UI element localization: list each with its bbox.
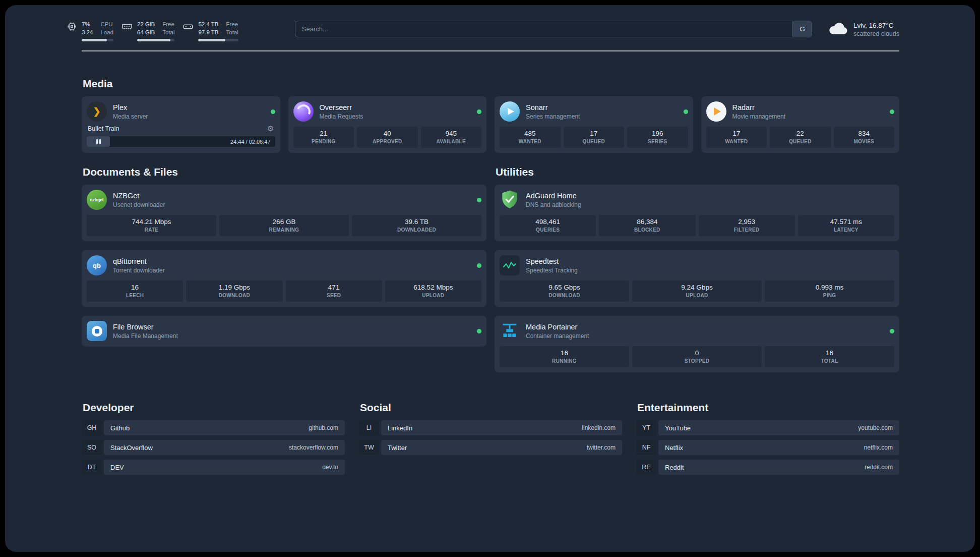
cloud-icon [827,21,848,38]
app-subtitle: Speedtest Tracking [526,267,894,274]
status-dot [890,329,894,333]
bookmark-group-social: Social LI LinkedIn linkedin.com TW Twitt… [359,402,622,460]
bookmark-dev[interactable]: DT DEV dev.to [82,460,345,475]
section-title-media: Media [83,78,899,90]
memory-widget: 22 GiB 64 GiB Free Total [121,20,174,41]
portainer-card[interactable]: Media Portainer Container management 16 … [495,316,899,372]
app-subtitle: Media server [113,113,265,120]
radarr-card[interactable]: Radarr Movie management 17 WANTED 22 QUE… [701,96,900,153]
adguard-shield-icon [500,190,520,210]
section-media: Media Plex Media server Bullet Train [82,78,899,153]
stat-box: 196 SERIES [627,127,688,148]
portainer-crane-icon [500,321,520,341]
stat-box: 0.993 ms PING [765,281,894,302]
disk-total-value: 97.9 TB [198,28,218,36]
app-subtitle: Usenet downloader [113,201,471,208]
app-subtitle: Media Requests [320,113,471,120]
memory-total-value: 64 GiB [137,28,155,36]
plex-card[interactable]: Plex Media server Bullet Train 24:44 / 0… [82,96,280,153]
filebrowser-icon [87,321,107,341]
app-subtitle: DNS and adblocking [526,201,894,208]
bookmark-abbr: GH [82,420,102,435]
cpu-load-value: 3.24 [82,28,93,36]
stat-box: 618.52 Mbps UPLOAD [385,281,481,302]
stat-box: 945 AVAILABLE [421,127,482,148]
app-name: AdGuard Home [526,192,894,200]
bookmark-group-title: Developer [83,402,345,414]
topbar: 7% 3.24 CPU Load 22 GiB [5,5,975,41]
bookmark-url: github.com [309,424,338,431]
bookmark-name: Reddit [665,464,684,471]
section-utilities: Utilities [495,166,899,372]
speedtest-card[interactable]: Speedtest Speedtest Tracking 9.65 Gbps D… [495,250,899,307]
search-provider-button[interactable]: G [792,21,812,37]
bookmark-reddit[interactable]: RE Reddit reddit.com [636,460,899,475]
bookmark-name: LinkedIn [388,424,412,432]
bookmark-url: youtube.com [858,424,893,431]
adguard-card[interactable]: AdGuard Home DNS and adblocking 498,461 … [495,185,899,241]
stat-box: 9.65 Gbps DOWNLOAD [500,281,629,302]
bookmark-netflix[interactable]: NF Netflix netflix.com [636,440,899,455]
stat-box: 17 QUEUED [564,127,625,148]
overseerr-card[interactable]: Overseerr Media Requests 21 PENDING 40 A… [288,96,487,153]
bookmark-url: reddit.com [865,464,893,471]
cpu-icon [67,21,77,41]
status-dot [684,109,688,114]
app-subtitle: Torrent downloader [113,267,471,274]
cpu-widget: 7% 3.24 CPU Load [67,20,113,41]
bookmark-abbr: TW [359,440,379,455]
search-input[interactable] [295,21,812,37]
filebrowser-card[interactable]: File Browser Media File Management [82,316,486,347]
topbar-divider [82,50,899,51]
app-name: qBittorrent [113,257,471,265]
stat-box: 834 MOVIES [834,127,895,148]
stat-box: 40 APPROVED [357,127,418,148]
stat-box: 16 LEECH [87,281,183,302]
search-bar: G [295,21,812,37]
bookmark-github[interactable]: GH Github github.com [82,420,345,435]
bookmark-stackoverflow[interactable]: SO StackOverflow stackoverflow.com [82,440,345,455]
bookmark-youtube[interactable]: YT YouTube youtube.com [636,420,899,435]
bookmark-twitter[interactable]: TW Twitter twitter.com [359,440,622,455]
bookmark-linkedin[interactable]: LI LinkedIn linkedin.com [359,420,622,435]
section-title-documents: Documents & Files [83,166,486,178]
sonarr-card[interactable]: Sonarr Series management 485 WANTED 17 Q… [495,96,693,153]
bookmark-url: netflix.com [864,444,893,451]
stat-box: 9.24 Gbps UPLOAD [632,281,762,302]
stat-box: 266 GB REMAINING [219,215,349,236]
status-dot [890,109,894,114]
stat-box: 86,384 BLOCKED [599,215,695,236]
app-name: Speedtest [526,257,894,265]
status-dot [477,329,481,333]
app-subtitle: Movie management [732,113,884,120]
bookmark-url: dev.to [322,464,338,471]
disk-progress-bar [198,39,238,41]
status-dot [477,109,481,114]
stat-box: 498,461 QUERIES [500,215,596,236]
app-name: Overseerr [320,103,471,112]
status-dot [271,109,275,114]
weather-location: Lviv, 16.87°C [853,22,899,29]
stat-box: 22 QUEUED [770,127,831,148]
nzbget-card[interactable]: nzbget NZBGet Usenet downloader 744.21 M… [82,185,486,241]
bookmark-url: twitter.com [587,444,616,451]
bookmark-name: StackOverflow [110,444,153,452]
stat-box: 485 WANTED [500,127,561,148]
section-title-utilities: Utilities [496,166,899,178]
stat-box: 17 WANTED [706,127,767,148]
disk-free-value: 52.4 TB [198,20,218,28]
stat-box: 0 STOPPED [632,346,762,367]
playback-progress-bar[interactable]: 24:44 / 02:06:47 [87,136,275,147]
bookmark-abbr: SO [82,440,102,455]
qbittorrent-card[interactable]: qb qBittorrent Torrent downloader 16 LEE… [82,250,486,307]
pause-button[interactable] [87,136,110,147]
qbittorrent-icon: qb [87,255,107,275]
bookmark-url: stackoverflow.com [289,444,338,451]
disk-icon [182,21,194,41]
cpu-load-label: Load [100,28,113,36]
cpu-progress-bar [82,39,113,41]
now-playing-title: Bullet Train [88,125,119,132]
section-documents: Documents & Files nzbget NZBGet Usenet d… [82,166,486,347]
gear-icon[interactable] [267,124,274,133]
memory-free-value: 22 GiB [137,20,155,28]
